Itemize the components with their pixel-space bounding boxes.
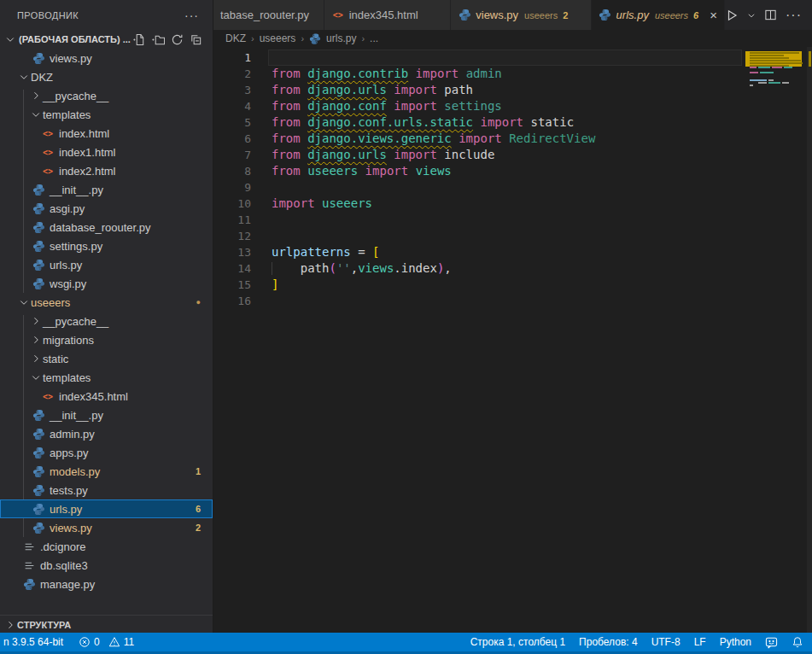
outline-section-header[interactable]: СТРУКТУРА xyxy=(0,615,213,634)
tree-item-database_roouter.py[interactable]: database_roouter.py xyxy=(0,218,213,236)
tree-item-wsgi.py[interactable]: wsgi.py xyxy=(0,274,213,293)
minimap-code-line xyxy=(750,52,799,54)
tab-views.py[interactable]: views.pyuseeers2 xyxy=(451,0,591,30)
explorer-sidebar: ПРОВОДНИК ··· (РАБОЧАЯ ОБЛАСТЬ) ... view… xyxy=(0,0,213,633)
breadcrumb-item-urls.py[interactable]: urls.py xyxy=(326,32,356,44)
tree-item-admin.py[interactable]: admin.py xyxy=(0,424,213,443)
chevron-right-icon xyxy=(29,314,43,328)
breadcrumb-separator: › xyxy=(301,33,304,44)
python-version[interactable]: n 3.9.5 64-bit xyxy=(3,636,63,648)
code-line-9[interactable]: 9 xyxy=(213,179,812,196)
split-editor-button[interactable] xyxy=(764,9,777,21)
tab-label: views.py xyxy=(476,9,518,21)
tree-item-views.py[interactable]: views.py xyxy=(0,49,213,67)
refresh-icon[interactable] xyxy=(171,33,184,46)
tree-item-templates[interactable]: templates xyxy=(0,368,213,387)
tree-item-settings.py[interactable]: settings.py xyxy=(0,236,213,255)
code-line-13[interactable]: 13urlpatterns = [ xyxy=(213,244,812,260)
notifications-bell-icon[interactable] xyxy=(792,636,803,648)
tree-item-models.py[interactable]: models.py1 xyxy=(0,462,213,481)
code-line-10[interactable]: 10import useeers xyxy=(213,196,812,212)
more-actions-button[interactable]: ··· xyxy=(786,8,802,23)
tab-index345.html[interactable]: <>index345.html xyxy=(324,0,452,30)
tree-item-manage.py[interactable]: manage.py xyxy=(0,575,213,593)
eol[interactable]: LF xyxy=(694,636,706,648)
tree-item-label: views.py xyxy=(50,52,92,65)
status-bar: n 3.9.5 64-bit011 Строка 1, столбец 1Про… xyxy=(0,633,812,654)
minimap-code-line xyxy=(768,82,780,84)
language-mode[interactable]: Python xyxy=(720,636,751,648)
code-line-15[interactable]: 15] xyxy=(213,277,812,293)
code-line-text: from django.urls import path xyxy=(272,82,473,98)
tab-urls.py[interactable]: urls.pyuseeers6× xyxy=(592,0,725,30)
code-line-8[interactable]: 8from useeers import views xyxy=(213,163,812,179)
line-number: 3 xyxy=(213,82,251,98)
line-number: 14 xyxy=(213,260,251,277)
tree-item-migrations[interactable]: migrations xyxy=(0,330,213,349)
code-line-7[interactable]: 7from django.urls import include xyxy=(213,147,812,163)
problem-count-badge: 2 xyxy=(196,523,201,533)
breadcrumb-item-useeers[interactable]: useeers xyxy=(260,32,296,44)
tree-item-db.sqlite3[interactable]: db.sqlite3 xyxy=(0,556,213,575)
code-line-2[interactable]: 2from django.contrib import admin xyxy=(213,66,812,82)
code-line-4[interactable]: 4from django.conf import settings xyxy=(213,98,812,114)
minimap-code-line xyxy=(772,67,782,68)
breadcrumb-item-DKZ[interactable]: DKZ xyxy=(225,32,246,44)
cursor-position[interactable]: Строка 1, столбец 1 xyxy=(470,636,565,648)
python-file-icon xyxy=(32,183,45,196)
code-line-text: from useeers import views xyxy=(272,163,452,179)
code-line-16[interactable]: 16 xyxy=(213,293,812,309)
tree-item-urls.py[interactable]: urls.py xyxy=(0,255,213,274)
feedback-icon[interactable] xyxy=(765,636,778,649)
code-editor[interactable]: 12from django.contrib import admin3from … xyxy=(213,47,812,633)
tree-item-DKZ[interactable]: DKZ xyxy=(0,67,213,86)
code-line-6[interactable]: 6from django.views.generic import Redire… xyxy=(213,131,812,147)
tree-item-views.py[interactable]: views.py2 xyxy=(0,518,213,537)
tree-item-static[interactable]: static xyxy=(0,349,213,368)
tree-item-__pycache__[interactable]: __pycache__ xyxy=(0,86,213,105)
encoding[interactable]: UTF-8 xyxy=(651,636,681,648)
code-line-1[interactable]: 1 xyxy=(213,50,812,66)
tree-item-__pycache__[interactable]: __pycache__ xyxy=(0,312,213,330)
html-file-icon: <> xyxy=(331,9,345,22)
problems[interactable]: 011 xyxy=(79,636,134,648)
tree-item-templates[interactable]: templates xyxy=(0,105,213,124)
error-count: 0 xyxy=(94,636,100,648)
explorer-more-icon[interactable]: ··· xyxy=(184,9,213,22)
run-button[interactable] xyxy=(725,9,739,22)
code-line-3[interactable]: 3from django.urls import path xyxy=(213,82,812,98)
tab-tabase_roouter.py[interactable]: tabase_roouter.py xyxy=(213,0,324,30)
code-line-11[interactable]: 11 xyxy=(213,212,812,228)
chevron-right-icon xyxy=(29,333,43,347)
workspace-section-header[interactable]: (РАБОЧАЯ ОБЛАСТЬ) ... xyxy=(0,30,213,49)
minimap-code-line xyxy=(760,72,774,73)
tree-item-useeers[interactable]: useeers● xyxy=(0,293,213,312)
breadcrumb-item-...[interactable]: ... xyxy=(370,32,378,44)
tree-item-index.html[interactable]: <>index.html xyxy=(0,124,213,143)
collapse-all-icon[interactable] xyxy=(190,33,202,46)
tree-item-__init__.py[interactable]: __init__.py xyxy=(0,406,213,424)
new-file-icon[interactable] xyxy=(133,33,146,46)
run-dropdown-chevron-icon[interactable] xyxy=(747,11,756,20)
code-line-14[interactable]: 14 path('',views.index), xyxy=(213,260,812,277)
tree-item-asgi.py[interactable]: asgi.py xyxy=(0,199,213,218)
close-icon[interactable]: × xyxy=(707,8,720,22)
tree-item-__init__.py[interactable]: __init__.py xyxy=(0,180,213,199)
code-line-5[interactable]: 5from django.conf.urls.static import sta… xyxy=(213,114,812,131)
tree-item-urls.py[interactable]: urls.py6 xyxy=(0,499,213,518)
tree-item-index2.html[interactable]: <>index2.html xyxy=(0,161,213,180)
html-file-icon: <> xyxy=(41,126,55,140)
python-file-icon xyxy=(32,220,45,234)
tree-item-apps.py[interactable]: apps.py xyxy=(0,443,213,462)
minimap[interactable] xyxy=(744,47,803,149)
python-file-icon xyxy=(458,9,471,22)
tree-item-index1.html[interactable]: <>index1.html xyxy=(0,143,213,161)
tree-item-.dcignore[interactable]: .dcignore xyxy=(0,537,213,556)
new-folder-icon[interactable] xyxy=(152,33,165,46)
indentation[interactable]: Пробелов: 4 xyxy=(579,636,638,648)
tree-item-tests.py[interactable]: tests.py xyxy=(0,481,213,499)
code-line-12[interactable]: 12 xyxy=(213,228,812,244)
overview-ruler[interactable] xyxy=(807,47,812,633)
tree-item-index345.html[interactable]: <>index345.html xyxy=(0,387,213,406)
tree-item-label: admin.py xyxy=(50,428,95,441)
